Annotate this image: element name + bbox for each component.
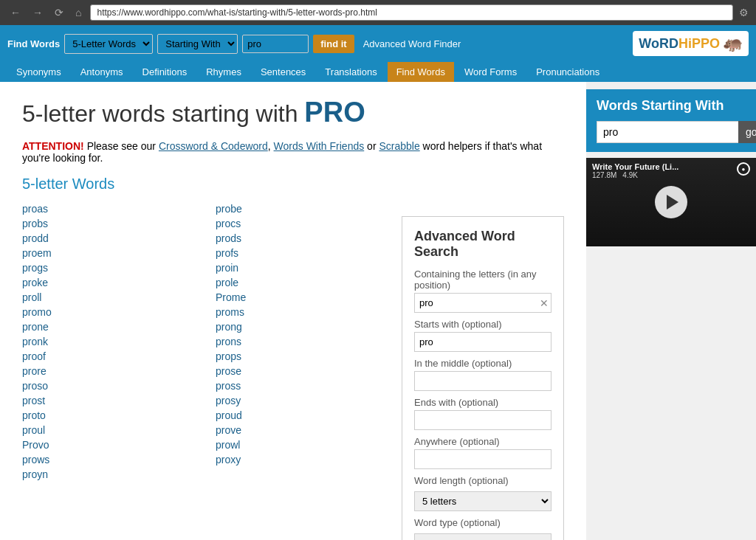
go-button[interactable]: go: [738, 121, 756, 143]
word-link[interactable]: probe: [216, 201, 394, 216]
word-link[interactable]: prons: [216, 334, 394, 349]
word-link[interactable]: prore: [22, 364, 201, 378]
words-starting-box: Words Starting With go: [586, 89, 756, 152]
words-starting-input[interactable]: [597, 121, 738, 143]
ends-label: Ends with (optional): [414, 397, 551, 408]
browser-chrome: ← → ⟳ ⌂ ⚙: [0, 0, 756, 25]
word-col-2: probeprocsprodsprofsproinprolePromeproms…: [216, 201, 394, 540]
word-link[interactable]: Provo: [22, 437, 201, 452]
word-link[interactable]: procs: [216, 216, 394, 231]
top-nav: Find Words 5-Letter Words 3-Letter Words…: [0, 25, 756, 62]
word-link[interactable]: proud: [216, 408, 394, 423]
anywhere-input[interactable]: [414, 449, 551, 469]
word-link[interactable]: probs: [22, 216, 201, 231]
word-link[interactable]: proul: [22, 423, 201, 437]
starting-select[interactable]: Starting With Ending With Containing: [157, 34, 238, 54]
word-link[interactable]: prove: [216, 423, 394, 437]
containing-label: Containing the letters (in any position): [414, 269, 551, 291]
video-title: Write Your Future (Li...: [592, 162, 678, 171]
url-bar[interactable]: [90, 4, 733, 21]
middle-input[interactable]: [414, 371, 551, 391]
main-layout: 5-letter words starting with PRO ATTENTI…: [0, 82, 756, 540]
wwf-link[interactable]: Words With Friends: [274, 140, 365, 152]
logo-hippo: HiPPO: [678, 36, 720, 52]
middle-label: In the middle (optional): [414, 358, 551, 369]
video-stats: 127.8M 4.9K: [592, 171, 678, 179]
word-link[interactable]: proem: [22, 246, 201, 260]
word-link[interactable]: prosy: [216, 393, 394, 408]
word-link[interactable]: prodd: [22, 231, 201, 246]
word-link[interactable]: proxy: [216, 452, 394, 467]
scrabble-link[interactable]: Scrabble: [379, 140, 419, 152]
nav-word-forms[interactable]: Word Forms: [456, 62, 526, 82]
word-link[interactable]: promo: [22, 305, 201, 319]
find-btn[interactable]: find it: [313, 35, 354, 53]
nav-synonyms[interactable]: Synonyms: [7, 62, 70, 82]
attention-label: ATTENTION!: [22, 140, 84, 152]
heading-highlight: PRO: [304, 97, 365, 128]
length-label: Word length (optional): [414, 475, 551, 486]
crossword-link[interactable]: Crossword & Codeword: [159, 140, 268, 152]
word-link[interactable]: proto: [22, 408, 201, 423]
heading-text: 5-letter words starting with: [22, 100, 304, 127]
advanced-word-search-box: Advanced Word Search Containing the lett…: [402, 216, 564, 540]
starts-input[interactable]: [414, 332, 551, 352]
word-link[interactable]: pross: [216, 378, 394, 393]
find-words-label: Find Words: [7, 38, 60, 49]
word-link[interactable]: prone: [22, 319, 201, 334]
advanced-word-finder-link[interactable]: Advanced Word Finder: [363, 38, 461, 49]
word-link[interactable]: prose: [216, 364, 394, 378]
reload-button[interactable]: ⟳: [52, 5, 66, 20]
word-link[interactable]: prost: [22, 393, 201, 408]
word-link[interactable]: prods: [216, 231, 394, 246]
nav-sentences[interactable]: Sentences: [252, 62, 315, 82]
word-link[interactable]: proll: [22, 290, 201, 305]
word-link[interactable]: prows: [22, 452, 201, 467]
words-starting-title: Words Starting With: [597, 98, 746, 114]
word-link[interactable]: prowl: [216, 437, 394, 452]
word-link[interactable]: proso: [22, 378, 201, 393]
type-select[interactable]: All word types Nouns Verbs Adjectives Ad…: [414, 533, 551, 540]
word-col-1: proasprobsproddproemprogsprokeprollpromo…: [22, 201, 201, 540]
search-input[interactable]: [242, 35, 309, 53]
type-label: Word type (optional): [414, 517, 551, 528]
home-button[interactable]: ⌂: [72, 5, 84, 20]
word-link[interactable]: Prome: [216, 290, 394, 305]
word-link[interactable]: proas: [22, 201, 201, 216]
clear-containing-icon[interactable]: ✕: [540, 297, 549, 309]
starts-label: Starts with (optional): [414, 319, 551, 330]
page-heading: 5-letter words starting with PRO: [22, 97, 564, 128]
words-starting-input-row: go: [597, 121, 746, 143]
nav-definitions[interactable]: Definitions: [134, 62, 196, 82]
word-link[interactable]: pronk: [22, 334, 201, 349]
anywhere-label: Anywhere (optional): [414, 436, 551, 447]
word-link[interactable]: proof: [22, 349, 201, 364]
attention-text: Please see our: [87, 140, 159, 152]
word-link[interactable]: proyn: [22, 467, 201, 482]
word-link[interactable]: props: [216, 349, 394, 364]
word-list-area: proasprobsproddproemprogsprokeprollpromo…: [22, 201, 394, 540]
forward-button[interactable]: →: [30, 5, 46, 20]
word-link[interactable]: proke: [22, 275, 201, 290]
logo: WoRD HiPPO 🦛: [633, 31, 749, 56]
letter-select[interactable]: 5-Letter Words 3-Letter Words 4-Letter W…: [64, 34, 153, 54]
nav-rhymes[interactable]: Rhymes: [197, 62, 250, 82]
nav-antonyms[interactable]: Antonyms: [72, 62, 132, 82]
nav-find-words[interactable]: Find Words: [388, 62, 454, 82]
word-link[interactable]: proms: [216, 305, 394, 319]
word-link[interactable]: profs: [216, 246, 394, 260]
back-button[interactable]: ←: [7, 5, 24, 20]
word-link[interactable]: progs: [22, 260, 201, 275]
nav-translations[interactable]: Translations: [316, 62, 385, 82]
word-link[interactable]: prong: [216, 319, 394, 334]
ends-input[interactable]: [414, 410, 551, 430]
video-circle-icon: ●: [737, 162, 750, 176]
containing-input[interactable]: [414, 293, 551, 313]
play-button[interactable]: [655, 186, 687, 218]
word-link[interactable]: prole: [216, 275, 394, 290]
length-select[interactable]: Any length 3 letters 4 letters 5 letters…: [414, 491, 551, 511]
video-top: Write Your Future (Li... 127.8M 4.9K ●: [592, 162, 750, 179]
word-link[interactable]: proin: [216, 260, 394, 275]
nav-pronunciations[interactable]: Pronunciations: [527, 62, 608, 82]
video-thumbnail[interactable]: Write Your Future (Li... 127.8M 4.9K ●: [586, 158, 756, 246]
